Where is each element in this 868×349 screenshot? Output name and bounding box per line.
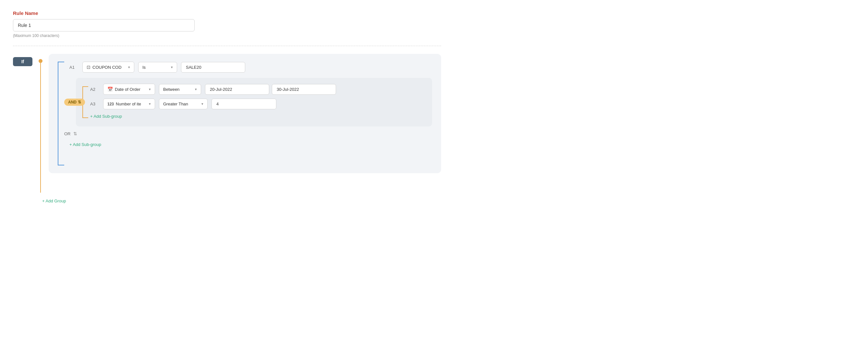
a3-field-dropdown[interactable]: 123 Number of ite ▾	[103, 99, 155, 109]
orange-line-bottom	[83, 118, 88, 118]
a1-field-chevron: ▾	[128, 65, 130, 69]
and-badge[interactable]: AND ⇅	[64, 99, 85, 106]
a3-operator-dropdown[interactable]: Greater Than ▾	[159, 99, 208, 109]
group-content: A1 ⊡ COUPON COD ▾ Is ▾	[69, 62, 432, 149]
or-arrows-icon[interactable]: ⇅	[73, 131, 77, 136]
a2-field-dropdown[interactable]: 📅 Date of Order ▾	[103, 84, 155, 95]
coupon-icon: ⊡	[87, 65, 91, 70]
section-divider	[13, 46, 441, 46]
a2-date-range	[205, 84, 336, 95]
a1-operator-chevron: ▾	[171, 65, 173, 69]
rule-name-hint: (Maximum 100 characters)	[13, 33, 441, 38]
or-row: OR ⇅	[64, 131, 432, 136]
a2-field-label: Date of Order	[115, 87, 141, 92]
rule-name-input[interactable]	[13, 19, 195, 31]
blue-line-vertical	[58, 62, 58, 165]
a2-label: A2	[90, 87, 99, 92]
connector-line	[40, 63, 41, 193]
add-subgroup-inner-button[interactable]: + Add Sub-group	[90, 112, 122, 121]
a1-field-dropdown[interactable]: ⊡ COUPON COD ▾	[83, 62, 134, 73]
a2-operator-label: Between	[163, 87, 180, 92]
vertical-connector	[32, 54, 49, 193]
rule-builder: If A1	[13, 54, 441, 193]
group-outer: A1 ⊡ COUPON COD ▾ Is ▾	[58, 62, 432, 165]
inner-subgroup-wrapper: AND ⇅	[76, 78, 432, 127]
a1-field-label: COUPON COD	[92, 65, 122, 70]
and-badge-wrapper: AND ⇅	[64, 99, 85, 106]
if-badge: If	[13, 57, 32, 66]
inner-rows: A2 📅 Date of Order ▾ Between	[90, 84, 426, 121]
add-group-row: + Add Group	[42, 196, 441, 205]
a1-label: A1	[69, 65, 79, 70]
add-group-button[interactable]: + Add Group	[42, 196, 66, 205]
and-arrows-icon: ⇅	[78, 100, 81, 104]
row-a3: A3 123 Number of ite ▾ Greater Than	[90, 99, 426, 109]
add-subgroup-outer-button[interactable]: + Add Sub-group	[69, 140, 101, 149]
a1-operator-label: Is	[143, 65, 146, 70]
blue-line-top	[58, 62, 64, 62]
number-icon: 123	[107, 102, 114, 106]
a2-operator-dropdown[interactable]: Between ▾	[159, 84, 201, 95]
calendar-icon: 📅	[107, 87, 113, 92]
a3-value-input[interactable]	[212, 99, 276, 109]
a1-value-input[interactable]	[181, 62, 245, 73]
blue-line-bottom	[58, 165, 64, 165]
row-a1: A1 ⊡ COUPON COD ▾ Is ▾	[69, 62, 432, 73]
a2-value-to-input[interactable]	[272, 84, 336, 95]
row-a2: A2 📅 Date of Order ▾ Between	[90, 84, 426, 95]
connector-dot	[39, 59, 42, 63]
a3-field-label: Number of ite	[116, 101, 141, 106]
a3-operator-chevron: ▾	[202, 102, 204, 106]
a2-operator-chevron: ▾	[195, 87, 197, 92]
inner-subgroup: A2 📅 Date of Order ▾ Between	[76, 78, 432, 127]
rule-name-label: Rule Name	[13, 10, 441, 16]
main-group: A1 ⊡ COUPON COD ▾ Is ▾	[49, 54, 441, 173]
blue-bracket	[58, 62, 67, 165]
a1-operator-dropdown[interactable]: Is ▾	[138, 62, 177, 73]
a3-field-chevron: ▾	[149, 102, 151, 106]
a3-operator-label: Greater Than	[163, 101, 188, 106]
a2-value-from-input[interactable]	[205, 84, 269, 95]
orange-bracket-container: A2 📅 Date of Order ▾ Between	[83, 84, 426, 121]
a2-field-chevron: ▾	[149, 87, 151, 92]
orange-line-top	[83, 86, 88, 87]
a3-label: A3	[90, 101, 99, 106]
